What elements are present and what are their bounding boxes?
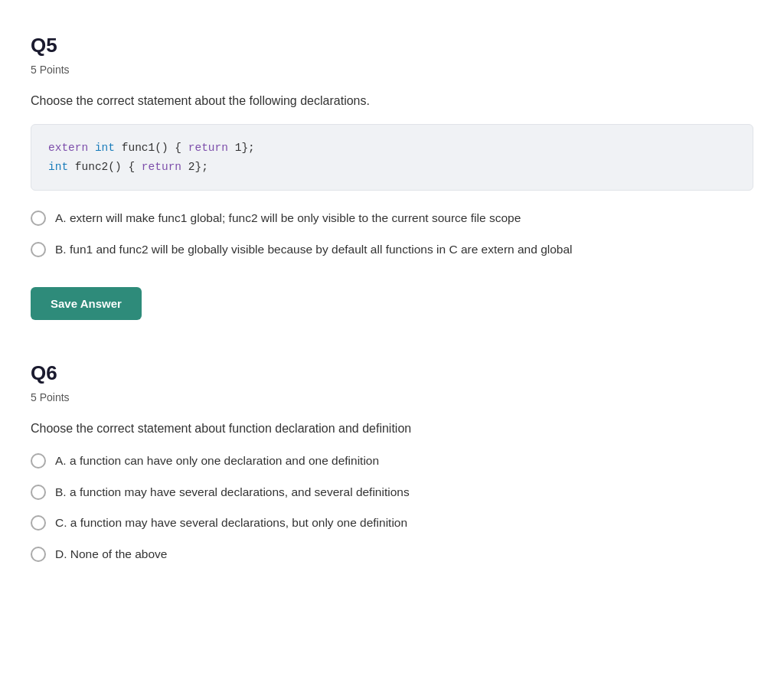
question-5-block: Q5 5 Points Choose the correct statement… (31, 31, 753, 320)
q6-option-d-text: D. None of the above (55, 545, 753, 564)
q5-code-line1: extern int func1() { return 1}; (48, 139, 736, 158)
q6-prompt: Choose the correct statement about funct… (31, 420, 753, 438)
code-keyword-int1: int (95, 142, 115, 154)
code-keyword-return2: return (142, 161, 181, 173)
q5-code-line2: int func2() { return 2}; (48, 158, 736, 177)
q6-option-c-text: C. a function may have several declarati… (55, 514, 753, 533)
q6-options-list: A. a function can have only one declarat… (31, 452, 753, 564)
code-keyword-int2: int (48, 161, 68, 173)
q5-radio-b[interactable] (31, 242, 46, 257)
q5-option-a-text: A. extern will make func1 global; func2 … (55, 209, 753, 228)
q5-radio-a[interactable] (31, 211, 46, 226)
code-keyword-extern: extern (48, 142, 88, 154)
q5-options-list: A. extern will make func1 global; func2 … (31, 209, 753, 260)
q5-points: 5 Points (31, 62, 753, 78)
question-6-block: Q6 5 Points Choose the correct statement… (31, 358, 753, 564)
q5-code-block: extern int func1() { return 1}; int func… (31, 124, 753, 191)
q6-option-a[interactable]: A. a function can have only one declarat… (31, 452, 753, 471)
q6-title: Q6 (31, 358, 753, 388)
q5-option-b-text: B. fun1 and func2 will be globally visib… (55, 240, 753, 260)
q5-save-button[interactable]: Save Answer (31, 287, 142, 320)
q6-option-d[interactable]: D. None of the above (31, 545, 753, 564)
q6-radio-d[interactable] (31, 547, 46, 562)
q6-option-b[interactable]: B. a function may have several declarati… (31, 483, 753, 502)
page-container: Q5 5 Points Choose the correct statement… (0, 0, 784, 676)
q5-title: Q5 (31, 31, 753, 60)
q5-prompt: Choose the correct statement about the f… (31, 92, 753, 110)
q6-option-c[interactable]: C. a function may have several declarati… (31, 514, 753, 533)
q6-radio-b[interactable] (31, 485, 46, 500)
q6-option-a-text: A. a function can have only one declarat… (55, 452, 753, 471)
q5-option-b[interactable]: B. fun1 and func2 will be globally visib… (31, 240, 753, 260)
code-keyword-return1: return (188, 142, 228, 154)
q6-radio-a[interactable] (31, 453, 46, 469)
q6-option-b-text: B. a function may have several declarati… (55, 483, 753, 502)
code-func2-name: func2() { (75, 161, 135, 173)
code-func1-name: func1() { (122, 142, 181, 154)
code-value2: 2}; (188, 161, 208, 173)
q6-radio-c[interactable] (31, 515, 46, 531)
code-value1: 1}; (235, 142, 255, 154)
q5-option-a[interactable]: A. extern will make func1 global; func2 … (31, 209, 753, 228)
q6-points: 5 Points (31, 390, 753, 406)
